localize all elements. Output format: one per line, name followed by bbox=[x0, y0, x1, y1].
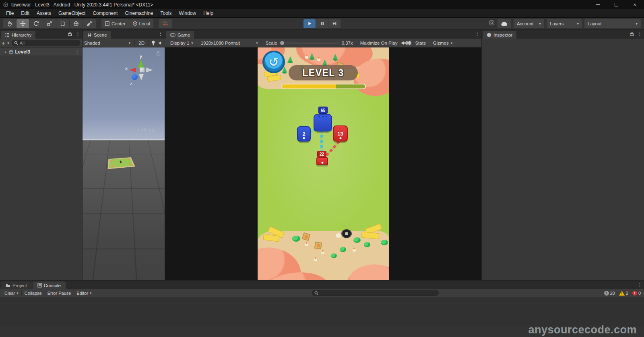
tab-game[interactable]: Game bbox=[166, 31, 194, 39]
editor-label: Editor bbox=[76, 291, 88, 296]
layout-dropdown[interactable]: Layout▾ bbox=[584, 19, 641, 28]
pause-button[interactable] bbox=[316, 19, 328, 28]
scene-panel: Scene ⋮ Shaded▾ 2D bbox=[83, 30, 165, 280]
grid-snap-button[interactable] bbox=[159, 19, 172, 28]
scale-slider[interactable] bbox=[279, 43, 340, 43]
gizmos-dropdown[interactable]: Gizmos▾ bbox=[429, 39, 456, 47]
console-collapse-button[interactable]: Collapse bbox=[22, 290, 45, 296]
hand-tool-button[interactable] bbox=[3, 19, 16, 28]
game-view-area: ↺ LEVEL 3 65 2 bbox=[165, 47, 481, 280]
scale-slider-knob[interactable] bbox=[280, 41, 284, 45]
step-button[interactable] bbox=[328, 19, 341, 28]
console-warning-count[interactable]: 2 bbox=[619, 291, 628, 296]
custom-tools-button[interactable] bbox=[83, 19, 96, 28]
expand-arrow-icon[interactable]: ▸ bbox=[5, 50, 7, 54]
vsync-grid-icon[interactable] bbox=[406, 41, 411, 45]
scale-tool-button[interactable] bbox=[43, 19, 56, 28]
cloud-button[interactable] bbox=[497, 19, 511, 28]
scene-lock-icon[interactable] bbox=[156, 51, 161, 55]
tab-hierarchy[interactable]: Hierarchy bbox=[1, 31, 35, 39]
scene-viewport[interactable]: y x z < Persp bbox=[83, 47, 165, 280]
warning-count-value: 2 bbox=[626, 291, 628, 296]
console-menu-icon[interactable]: ⋮ bbox=[637, 282, 642, 288]
menu-tools[interactable]: Tools bbox=[157, 10, 175, 16]
maximize-on-play-button[interactable]: Maximize On Play bbox=[357, 39, 401, 47]
hierarchy-lock-icon[interactable] bbox=[68, 31, 72, 36]
close-button[interactable]: × bbox=[625, 0, 644, 9]
axis-y-cone[interactable] bbox=[138, 60, 144, 68]
maximize-button[interactable] bbox=[607, 0, 625, 9]
resolution-dropdown[interactable]: 1920x1080 Portrait▾ bbox=[197, 39, 262, 47]
scene-item-menu-icon[interactable]: ⋮ bbox=[74, 49, 80, 55]
crate bbox=[314, 242, 322, 249]
perspective-toggle[interactable]: < Persp bbox=[137, 127, 154, 133]
move-tool-button[interactable] bbox=[17, 19, 29, 28]
unity-search-icon[interactable] bbox=[488, 19, 495, 28]
inspector-lock-icon[interactable] bbox=[630, 31, 634, 36]
tab-console[interactable]: Console bbox=[33, 282, 66, 289]
layers-dropdown[interactable]: Layers▾ bbox=[547, 19, 582, 28]
level-progress-bar bbox=[281, 84, 366, 89]
hierarchy-create-caret-icon[interactable]: ▾ bbox=[7, 41, 9, 45]
tree bbox=[309, 53, 315, 60]
tower-center-blue[interactable] bbox=[314, 114, 332, 132]
restart-button[interactable]: ↺ bbox=[262, 51, 285, 73]
orientation-gizmo[interactable]: y x z bbox=[128, 56, 157, 91]
hierarchy-item-level3[interactable]: ▸ Level3 ⋮ bbox=[0, 48, 82, 55]
pivot-local-button[interactable]: Local bbox=[129, 19, 154, 28]
inspector-menu-icon[interactable]: ⋮ bbox=[637, 31, 642, 37]
stats-button[interactable]: Stats bbox=[411, 39, 429, 47]
menu-file[interactable]: File bbox=[2, 10, 17, 16]
hierarchy-search-placeholder: All bbox=[20, 41, 25, 45]
hierarchy-create-button[interactable]: + bbox=[2, 40, 5, 46]
game-viewport[interactable]: ↺ LEVEL 3 65 2 bbox=[258, 47, 389, 280]
inspector-content bbox=[482, 39, 644, 280]
hierarchy-menu-icon[interactable]: ⋮ bbox=[75, 31, 80, 37]
tab-inspector[interactable]: Inspector bbox=[483, 31, 516, 39]
console-editor-dropdown[interactable]: Editor▾ bbox=[74, 290, 94, 296]
gizmo-down-cone[interactable] bbox=[139, 74, 144, 80]
carrot bbox=[321, 251, 324, 254]
minimize-button[interactable] bbox=[588, 0, 607, 9]
tab-scene[interactable]: Scene bbox=[83, 31, 111, 39]
tower-left-blue[interactable]: 2 bbox=[297, 126, 311, 142]
pivot-center-button[interactable]: Center bbox=[101, 19, 129, 28]
2d-toggle-button[interactable]: 2D bbox=[137, 41, 146, 45]
menu-help[interactable]: Help bbox=[200, 10, 217, 16]
console-info-count[interactable]: !28 bbox=[604, 291, 615, 296]
console-error-count[interactable]: !0 bbox=[632, 291, 641, 296]
play-button[interactable] bbox=[303, 19, 316, 28]
menu-cinemachine[interactable]: Cinemachine bbox=[121, 10, 157, 16]
tower-bottom-red[interactable] bbox=[316, 157, 328, 165]
rotate-tool-button[interactable] bbox=[30, 19, 43, 28]
display-dropdown[interactable]: Display 1▾ bbox=[167, 39, 197, 47]
tower-right-red[interactable]: 13 bbox=[333, 125, 348, 142]
account-dropdown[interactable]: Account▾ bbox=[514, 19, 544, 28]
hierarchy-search-input[interactable]: All bbox=[12, 40, 80, 46]
menu-component[interactable]: Component bbox=[89, 10, 121, 16]
axis-x-cone[interactable] bbox=[129, 68, 136, 72]
scale-value: 0.37x bbox=[342, 41, 353, 45]
console-log-area[interactable] bbox=[0, 297, 644, 326]
menu-edit[interactable]: Edit bbox=[17, 10, 33, 16]
scene-menu-icon[interactable]: ⋮ bbox=[158, 31, 163, 37]
menu-gameobject[interactable]: GameObject bbox=[55, 10, 89, 16]
menu-window[interactable]: Window bbox=[175, 10, 200, 16]
smoke-puff bbox=[336, 233, 341, 238]
scene-audio-icon[interactable] bbox=[158, 41, 163, 45]
bush bbox=[292, 236, 300, 242]
scene-lighting-icon[interactable] bbox=[151, 40, 156, 45]
gizmo-center-cube[interactable] bbox=[140, 68, 144, 72]
tab-project[interactable]: Project bbox=[1, 282, 32, 289]
shading-dropdown[interactable]: Shaded▾ bbox=[84, 41, 132, 45]
console-search-input[interactable] bbox=[312, 290, 439, 296]
console-clear-button[interactable]: Clear▾ bbox=[2, 290, 21, 296]
menu-assets[interactable]: Assets bbox=[33, 10, 55, 16]
gizmo-right-cone[interactable] bbox=[146, 68, 153, 72]
game-menu-icon[interactable]: ⋮ bbox=[475, 31, 480, 37]
console-error-pause-button[interactable]: Error Pause bbox=[45, 290, 74, 296]
axis-z-cone[interactable] bbox=[132, 74, 138, 80]
mute-audio-icon[interactable] bbox=[401, 41, 406, 45]
rect-tool-button[interactable] bbox=[56, 19, 69, 28]
transform-tool-button[interactable] bbox=[70, 19, 83, 28]
